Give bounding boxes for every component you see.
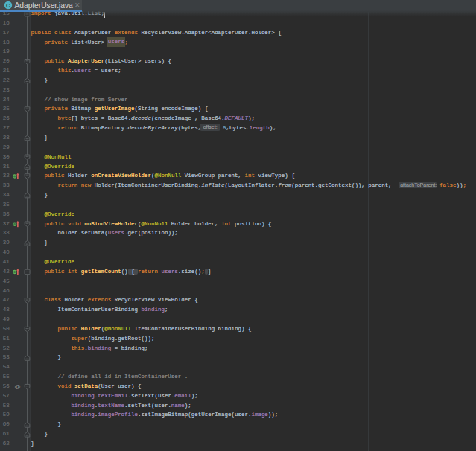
svg-text:C: C <box>6 2 10 9</box>
svg-text:@: @ <box>14 383 20 390</box>
